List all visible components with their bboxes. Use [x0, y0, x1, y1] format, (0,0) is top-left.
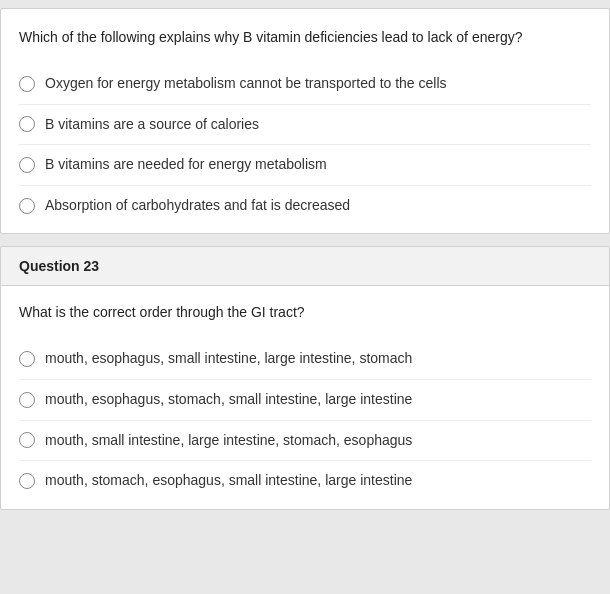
option-label: Oxygen for energy metabolism cannot be t…	[45, 74, 447, 94]
list-item[interactable]: Oxygen for energy metabolism cannot be t…	[19, 64, 591, 104]
option-label: mouth, stomach, esophagus, small intesti…	[45, 471, 412, 491]
radio-icon[interactable]	[19, 76, 35, 92]
question-22-body: Which of the following explains why B vi…	[1, 9, 609, 233]
radio-icon[interactable]	[19, 157, 35, 173]
radio-icon[interactable]	[19, 351, 35, 367]
question-23-card: Question 23 What is the correct order th…	[0, 246, 610, 509]
list-item[interactable]: B vitamins are needed for energy metabol…	[19, 144, 591, 185]
question-22-card: Which of the following explains why B vi…	[0, 8, 610, 234]
option-label: Absorption of carbohydrates and fat is d…	[45, 196, 350, 216]
question-22-text: Which of the following explains why B vi…	[19, 27, 591, 48]
radio-icon[interactable]	[19, 116, 35, 132]
list-item[interactable]: mouth, stomach, esophagus, small intesti…	[19, 460, 591, 501]
radio-icon[interactable]	[19, 432, 35, 448]
option-label: mouth, esophagus, stomach, small intesti…	[45, 390, 412, 410]
question-23-text: What is the correct order through the GI…	[19, 302, 591, 323]
option-label: B vitamins are a source of calories	[45, 115, 259, 135]
option-label: mouth, small intestine, large intestine,…	[45, 431, 412, 451]
list-item[interactable]: mouth, small intestine, large intestine,…	[19, 420, 591, 461]
radio-icon[interactable]	[19, 473, 35, 489]
radio-icon[interactable]	[19, 392, 35, 408]
list-item[interactable]: mouth, esophagus, stomach, small intesti…	[19, 379, 591, 420]
list-item[interactable]: B vitamins are a source of calories	[19, 104, 591, 145]
question-23-body: What is the correct order through the GI…	[1, 286, 609, 508]
question-23-header: Question 23	[1, 247, 609, 286]
question-23-header-text: Question 23	[19, 258, 99, 274]
option-label: mouth, esophagus, small intestine, large…	[45, 349, 412, 369]
list-item[interactable]: mouth, esophagus, small intestine, large…	[19, 339, 591, 379]
radio-icon[interactable]	[19, 198, 35, 214]
option-label: B vitamins are needed for energy metabol…	[45, 155, 327, 175]
question-22-options: Oxygen for energy metabolism cannot be t…	[19, 64, 591, 225]
list-item[interactable]: Absorption of carbohydrates and fat is d…	[19, 185, 591, 226]
question-23-options: mouth, esophagus, small intestine, large…	[19, 339, 591, 500]
